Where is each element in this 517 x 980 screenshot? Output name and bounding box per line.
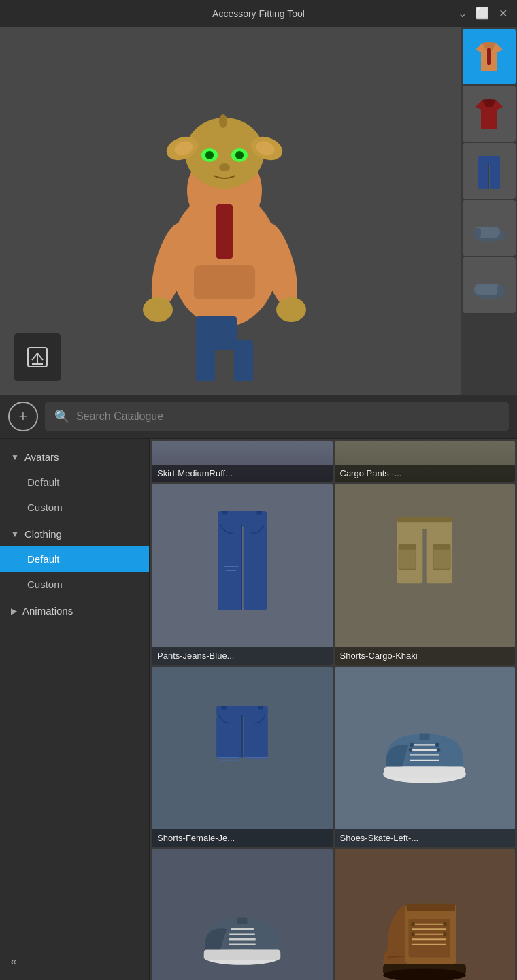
catalogue-grid: Pants-Jeans-Blue... (150, 482, 517, 980)
thumbnail-item-3[interactable] (463, 200, 516, 256)
shorts-female-icon (205, 687, 280, 810)
svg-rect-95 (407, 904, 455, 911)
jeans-icon (469, 150, 510, 191)
sidebar-group-header-avatars[interactable]: ▼ Avatars (0, 444, 149, 470)
svg-point-70 (410, 743, 414, 747)
svg-rect-41 (244, 525, 267, 610)
export-icon (27, 346, 48, 368)
svg-point-14 (219, 163, 230, 172)
catalogue-item-shorts-female-label: Shorts-Female-Je... (152, 829, 333, 847)
shorts-female-preview (152, 667, 333, 832)
maximize-icon[interactable]: ⬜ (475, 6, 490, 21)
svg-rect-62 (258, 706, 263, 709)
svg-rect-53 (433, 544, 450, 549)
catalogue-item-skirt[interactable]: Skirt-MediumRuff... (152, 441, 333, 482)
hoodie-orange-icon (469, 36, 510, 77)
svg-point-13 (235, 151, 244, 159)
catalogue-item-khaki[interactable]: Shorts-Cargo-Khaki (335, 484, 516, 665)
svg-rect-35 (474, 284, 500, 295)
khaki-preview-icon (387, 505, 462, 627)
chevron-animations-icon: ▶ (11, 606, 17, 616)
search-input[interactable] (76, 410, 499, 423)
preview-area (0, 27, 517, 395)
shoes-skate2-preview (152, 849, 333, 980)
sidebar-group-animations: ▶ Animations (0, 598, 149, 623)
sidebar-group-label-clothing: Clothing (24, 528, 62, 540)
svg-rect-33 (474, 228, 481, 238)
sidebar-group-avatars: ▼ Avatars Default Custom (0, 444, 149, 520)
svg-rect-21 (234, 340, 253, 381)
add-button[interactable]: + (8, 402, 38, 431)
thumbnail-item-1[interactable] (463, 86, 516, 142)
svg-rect-42 (222, 511, 227, 514)
jeans-preview (152, 484, 333, 649)
sidebar-item-avatars-default[interactable]: Default (0, 470, 149, 495)
catalogue-item-cargo[interactable]: Cargo Pants -... (335, 441, 516, 482)
svg-point-92 (443, 922, 447, 926)
svg-rect-61 (221, 706, 226, 709)
chevron-clothing-icon: ▼ (11, 529, 19, 539)
svg-point-93 (412, 932, 416, 936)
svg-point-91 (412, 922, 416, 926)
boots-preview (335, 849, 516, 980)
svg-point-9 (219, 114, 227, 128)
character-preview (122, 41, 354, 381)
thumbnail-item-2[interactable] (463, 143, 516, 199)
catalogue-item-shoes-skate-left-label: Shoes-Skate-Left-... (335, 829, 516, 847)
shoe-skate2-icon (191, 887, 293, 976)
close-icon[interactable]: ✕ (495, 6, 510, 21)
catalogue-top-row: Skirt-MediumRuff... Cargo Pants -... (150, 439, 517, 482)
character-svg (122, 41, 327, 381)
svg-rect-65 (384, 767, 465, 779)
chevron-down-icon[interactable]: ⌄ (454, 6, 469, 21)
svg-point-73 (437, 748, 441, 752)
export-button[interactable] (14, 333, 61, 381)
catalogue-item-skirt-label: Skirt-MediumRuff... (152, 465, 333, 482)
main-content: ▼ Avatars Default Custom ▼ Clothing Defa… (0, 439, 517, 980)
chevron-avatars-icon: ▼ (11, 453, 19, 462)
catalogue-item-jeans-label: Pants-Jeans-Blue... (152, 647, 333, 665)
sidebar-item-clothing-default[interactable]: Default (0, 546, 149, 572)
shoe-skate-left-icon (373, 704, 476, 793)
sidebar-group-clothing: ▼ Clothing Default Custom (0, 521, 149, 597)
catalogue-item-cargo-label: Cargo Pants -... (335, 465, 516, 482)
khaki-preview (335, 484, 516, 649)
svg-point-12 (205, 151, 214, 159)
svg-point-18 (276, 297, 306, 322)
hoodie-red-icon (469, 93, 510, 134)
sidebar-group-label-avatars: Avatars (24, 451, 59, 463)
sidebar-group-header-animations[interactable]: ▶ Animations (0, 598, 149, 623)
svg-rect-56 (216, 716, 241, 759)
svg-rect-20 (196, 340, 215, 381)
svg-rect-52 (399, 544, 416, 549)
svg-rect-57 (244, 716, 268, 759)
svg-rect-3 (194, 265, 255, 299)
svg-rect-26 (487, 48, 491, 65)
jeans-preview-icon (205, 505, 280, 627)
search-bar: + 🔍 (0, 395, 517, 439)
svg-rect-29 (490, 163, 500, 189)
app-title: Accessory Fitting Tool (212, 8, 305, 19)
catalogue-item-shoes-skate2[interactable]: Shoes-Skate-... (152, 849, 333, 980)
svg-rect-43 (256, 511, 261, 514)
svg-rect-40 (218, 525, 241, 610)
boots-icon (373, 877, 476, 980)
catalogue-item-khaki-label: Shorts-Cargo-Khaki (335, 647, 516, 665)
shoes-skate-left-preview (335, 667, 516, 832)
sidebar: ▼ Avatars Default Custom ▼ Clothing Defa… (0, 439, 150, 980)
catalogue-item-shoes-skate-left[interactable]: Shoes-Skate-Left-... (335, 667, 516, 848)
thumbnail-item-4[interactable] (463, 257, 516, 313)
catalogue-item-jeans[interactable]: Pants-Jeans-Blue... (152, 484, 333, 665)
svg-rect-54 (397, 517, 452, 522)
svg-rect-36 (497, 285, 504, 295)
sidebar-group-label-animations: Animations (22, 605, 73, 617)
search-icon: 🔍 (54, 409, 69, 424)
catalogue-item-boots[interactable]: Boots-... (335, 849, 516, 980)
sidebar-collapse-button[interactable]: « (0, 951, 27, 972)
sidebar-group-header-clothing[interactable]: ▼ Clothing (0, 521, 149, 546)
sidebar-item-avatars-custom[interactable]: Custom (0, 495, 149, 520)
catalogue-item-shorts-female[interactable]: Shorts-Female-Je... (152, 667, 333, 848)
thumbnail-item-0[interactable] (463, 29, 516, 84)
svg-rect-81 (237, 917, 247, 924)
sidebar-item-clothing-custom[interactable]: Custom (0, 572, 149, 597)
